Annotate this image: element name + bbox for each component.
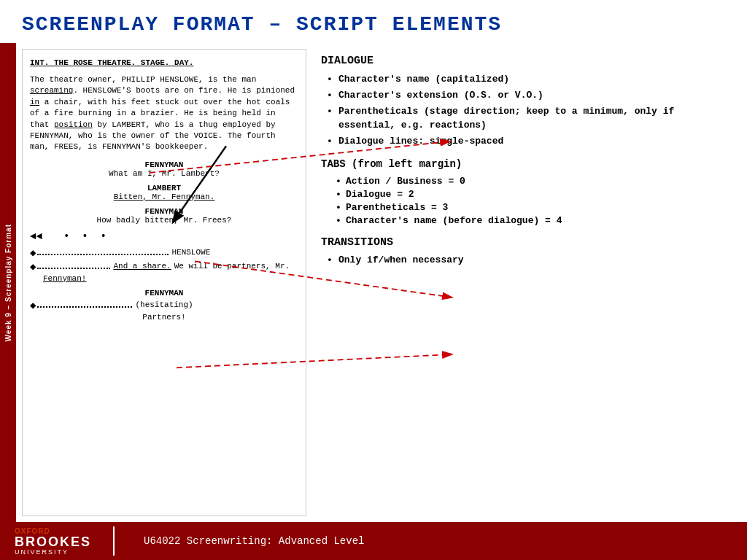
character-4: FENNYMAN <box>30 289 298 298</box>
transitions-title: TRANSITIONS <box>321 236 732 249</box>
henslowe-dialogue-2: Fennyman! <box>30 274 298 283</box>
dialogue-section-title: DIALOGUE <box>321 55 732 67</box>
footer-logo: OXFORD BROOKES UNIVERSITY <box>15 527 91 556</box>
dialogue-3: How badly bitten, Mr. Frees? <box>30 216 298 225</box>
dialogue-bullet-list: Character's name (capitalized) Character… <box>321 73 732 148</box>
content-area: Week 9 – Screenplay Format INT. THE ROSE… <box>0 43 747 522</box>
dotted-row-2: ◆ And a share. We will be partners, Mr. <box>30 260 298 273</box>
dialogue-bullet-1: Character's name (capitalized) <box>327 73 732 86</box>
footer-divider <box>113 526 115 556</box>
dialogue-2: Bitten, Mr. Fennyman. <box>30 192 298 201</box>
page-title: SCREENPLAY FORMAT – SCRIPT ELEMENTS <box>22 13 725 36</box>
dotted-row-3: ◆ (hesitating) <box>30 299 298 311</box>
tabs-section-title: TABS (from left margin) <box>321 158 732 170</box>
dot-3: ◆ <box>30 299 36 311</box>
tabs-list: Action / Business = 0 Dialogue = 2 Paren… <box>321 176 732 226</box>
dialogue-bullet-2: Character's extension (O.S. or V.O.) <box>327 89 732 102</box>
scene-break: ◄◄ • • • <box>30 230 298 242</box>
dialogue-bullet-3: Parentheticals (stage direction; keep to… <box>327 105 732 131</box>
character-3: FENNYMAN <box>30 207 298 216</box>
transitions-list: Only if/when necessary <box>321 254 732 265</box>
dot-2: ◆ <box>30 260 36 273</box>
tab-item-1: Action / Business = 0 <box>336 176 732 187</box>
henslowe-dialogue-1: And a share. <box>113 262 171 271</box>
script-panel: INT. THE ROSE THEATRE. STAGE. DAY. The t… <box>22 49 306 516</box>
tab-item-2: Dialogue = 2 <box>336 189 732 200</box>
logo-oxford: OXFORD <box>15 527 91 535</box>
action-text: The theatre owner, PHILLIP HENSLOWE, is … <box>30 74 298 153</box>
dialogue-bullet-4: Dialogue lines: single-spaced <box>327 135 732 148</box>
main-container: SCREENPLAY FORMAT – SCRIPT ELEMENTS Week… <box>0 0 747 560</box>
scene-heading: INT. THE ROSE THEATRE. STAGE. DAY. <box>30 58 298 67</box>
logo-brookes: BROOKES <box>15 535 91 548</box>
tab-item-3: Parentheticals = 3 <box>336 202 732 213</box>
dot-1: ◆ <box>30 246 36 259</box>
logo-university: UNIVERSITY <box>15 548 91 556</box>
transitions-section: TRANSITIONS Only if/when necessary <box>321 236 732 265</box>
transitions-item-1: Only if/when necessary <box>327 254 732 265</box>
sidebar-tab: Week 9 – Screenplay Format <box>0 43 16 522</box>
dots: • • • <box>45 230 107 242</box>
fennyman-paren: (hesitating) <box>135 300 193 309</box>
tab-item-4: Character's name (before dialogue) = 4 <box>336 215 732 226</box>
footer-course: U64022 Screenwriting: Advanced Level <box>144 535 364 547</box>
footer: OXFORD BROOKES UNIVERSITY U64022 Screenw… <box>0 522 747 560</box>
henslowe-name: HENSLOWE <box>171 248 210 257</box>
right-panel: DIALOGUE Character's name (capitalized) … <box>310 43 747 522</box>
character-1: FENNYMAN <box>30 160 298 169</box>
character-2: LAMBERT <box>30 184 298 192</box>
left-arrow: ◄◄ <box>30 230 42 242</box>
title-bar: SCREENPLAY FORMAT – SCRIPT ELEMENTS <box>0 0 747 43</box>
tabs-section: TABS (from left margin) Action / Busines… <box>321 158 732 226</box>
dialogue-1: What am I, Mr. Lambert? <box>30 169 298 178</box>
dotted-row-1: ◆ HENSLOWE <box>30 246 298 259</box>
sidebar-label: Week 9 – Screenplay Format <box>4 224 12 341</box>
partners-line: Partners! <box>30 313 298 322</box>
